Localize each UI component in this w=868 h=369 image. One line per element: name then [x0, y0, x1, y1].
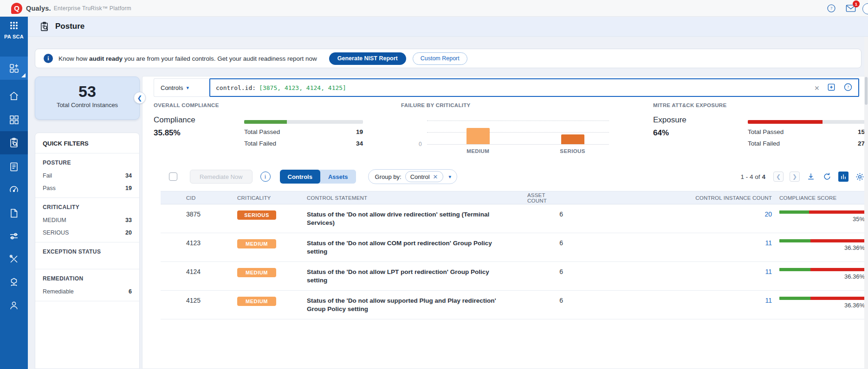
generate-nist-report-button[interactable]: Generate NIST Report: [329, 52, 406, 65]
criticality-bar-serious[interactable]: [561, 134, 584, 144]
filter-item-serious[interactable]: SERIOUS20: [43, 227, 132, 239]
filter-item-remediable[interactable]: Remediable6: [43, 286, 132, 298]
pagination-text: 1 - 4 of4: [740, 173, 765, 180]
compliance-score-label: 36.36%: [779, 302, 865, 309]
cell-criticality: MEDIUM: [237, 239, 307, 248]
search-scope-dropdown[interactable]: Controls ▾: [154, 78, 209, 97]
collapse-panel-button[interactable]: ❮: [134, 92, 146, 104]
search-help-icon[interactable]: ?: [843, 83, 853, 93]
compliance-score-label: 36.36%: [779, 244, 865, 251]
refresh-icon[interactable]: [822, 172, 832, 182]
filter-group-title: CRITICALITY: [43, 204, 132, 210]
page-scrollbar[interactable]: [864, 17, 868, 369]
table-row-cid-4124[interactable]: 4124MEDIUMStatus of the 'Do not allow LP…: [161, 262, 865, 291]
sidebar-item-home[interactable]: [0, 84, 28, 108]
sidebar-item-responses[interactable]: [0, 225, 28, 248]
sidebar-item-tools[interactable]: [0, 248, 28, 271]
filter-label: Pass: [43, 185, 56, 191]
clear-search-icon[interactable]: ✕: [815, 83, 819, 92]
cell-asset-count: 6: [527, 239, 576, 247]
cell-instance-count-link[interactable]: 11: [576, 268, 772, 275]
filter-count: 20: [125, 229, 132, 236]
main-content: i Know how audit ready you are from your…: [28, 37, 868, 369]
sidebar-item-assets[interactable]: [0, 271, 28, 294]
cell-control-statement[interactable]: Status of the 'Do not allow supported Pl…: [307, 297, 527, 313]
report-page-icon: [8, 208, 19, 219]
brand-name: Qualys.: [26, 5, 51, 12]
cell-instance-count-link[interactable]: 20: [576, 210, 772, 218]
view-toggle: Controls Assets: [280, 170, 356, 184]
compliance-score-label: 36.36%: [779, 273, 865, 280]
cell-criticality: MEDIUM: [237, 297, 307, 306]
column-header-control-instance-count[interactable]: CONTROL INSTANCE COUNT: [576, 195, 772, 201]
table-row-cid-3875[interactable]: 3875SERIOUSStatus of the 'Do not allow d…: [161, 204, 865, 233]
compliance-score-label: 35%: [779, 216, 865, 223]
filter-label: MEDIUM: [43, 217, 66, 223]
controls-table: CIDCRITICALITYCONTROL STATEMENTASSET COU…: [161, 191, 865, 319]
select-all-checkbox[interactable]: [169, 172, 177, 181]
user-icon: [8, 300, 19, 311]
sidebar-item-scans[interactable]: [0, 178, 28, 202]
column-header-criticality[interactable]: CRITICALITY: [237, 195, 307, 201]
filter-item-medium[interactable]: MEDIUM33: [43, 214, 132, 227]
criticality-bar-medium[interactable]: [466, 128, 490, 144]
cell-instance-count-link[interactable]: 11: [576, 239, 772, 247]
filter-item-fail[interactable]: Fail34: [43, 170, 132, 182]
next-page-button[interactable]: ❯: [790, 172, 800, 182]
add-to-dashboard-icon[interactable]: [827, 83, 836, 93]
scrollbar-thumb[interactable]: [865, 77, 868, 105]
filter-count: 6: [129, 288, 132, 295]
filter-item-pass[interactable]: Pass19: [43, 182, 132, 195]
sidebar-item-policies[interactable]: [0, 155, 28, 178]
column-header-control-statement[interactable]: CONTROL STATEMENT: [307, 195, 527, 201]
table-row-cid-4125[interactable]: 4125MEDIUMStatus of the 'Do not allow su…: [161, 291, 865, 319]
audit-banner: i Know how audit ready you are from your…: [35, 49, 862, 68]
criticality-bar-chart: MEDIUMSERIOUS: [427, 116, 609, 145]
posture-clipboard-icon: [8, 137, 19, 148]
tools-icon: [8, 254, 19, 265]
sidebar-item-create[interactable]: [0, 57, 28, 80]
column-header-compliance-score[interactable]: COMPLIANCE SCORE: [772, 195, 865, 201]
exposure-progress-fill: [748, 120, 823, 124]
group-by-dropdown[interactable]: Group by: Control✕ ▾: [368, 169, 457, 184]
criticality-badge: SERIOUS: [237, 210, 276, 220]
sidebar-item-posture[interactable]: [0, 131, 28, 154]
view-toggle-controls[interactable]: Controls: [280, 170, 320, 184]
quick-filters-title: QUICK FILTERS: [35, 133, 139, 153]
cell-control-statement[interactable]: Status of the 'Do not allow drive redire…: [307, 210, 527, 227]
chart-x-label: SERIOUS: [560, 148, 585, 154]
app-label: PA SCA: [0, 34, 28, 39]
prev-page-button[interactable]: ❮: [773, 172, 784, 182]
sidebar-item-dashboard[interactable]: [0, 108, 28, 131]
filter-group-title: REMEDIATION: [43, 275, 132, 282]
sidebar-item-users[interactable]: [0, 294, 28, 317]
custom-report-button[interactable]: Custom Report: [413, 52, 467, 65]
cell-compliance-score: 36.36%: [772, 297, 865, 309]
cell-control-statement[interactable]: Status of the 'Do not allow LPT port red…: [307, 268, 527, 284]
exposure-progress-track: [748, 120, 865, 124]
chart-x-label: MEDIUM: [466, 148, 489, 154]
cell-control-statement[interactable]: Status of the 'Do not allow COM port red…: [307, 239, 527, 255]
filter-label: Remediable: [43, 288, 74, 295]
view-toggle-assets[interactable]: Assets: [320, 170, 356, 184]
settings-gear-icon[interactable]: [855, 172, 865, 182]
table-row-cid-4123[interactable]: 4123MEDIUMStatus of the 'Do not allow CO…: [161, 233, 865, 262]
compliance-progress-track: [244, 120, 363, 124]
chevron-down-icon: ▾: [186, 85, 189, 91]
column-header-cid[interactable]: CID: [186, 195, 237, 201]
chart-view-icon[interactable]: [838, 172, 849, 182]
download-icon[interactable]: [806, 172, 816, 182]
remove-group-icon[interactable]: ✕: [433, 173, 438, 180]
filter-label: Fail: [43, 172, 52, 179]
table-info-icon[interactable]: i: [260, 172, 271, 182]
cell-instance-count-link[interactable]: 11: [576, 297, 772, 304]
search-input[interactable]: control.id: [3875, 4123, 4124, 4125] ✕ ?: [209, 78, 859, 97]
help-icon[interactable]: ?: [826, 3, 836, 13]
notifications-icon[interactable]: 1: [846, 3, 856, 13]
column-header-asset-count[interactable]: ASSET COUNT: [527, 192, 576, 204]
remediate-now-button[interactable]: Remediate Now: [190, 170, 253, 184]
quick-filters-panel: QUICK FILTERS POSTUREFail34Pass19CRITICA…: [35, 133, 140, 369]
module-picker-grid-icon[interactable]: [8, 24, 19, 32]
y-axis-zero-label: 0: [419, 141, 422, 147]
sidebar-item-reports[interactable]: [0, 202, 28, 225]
